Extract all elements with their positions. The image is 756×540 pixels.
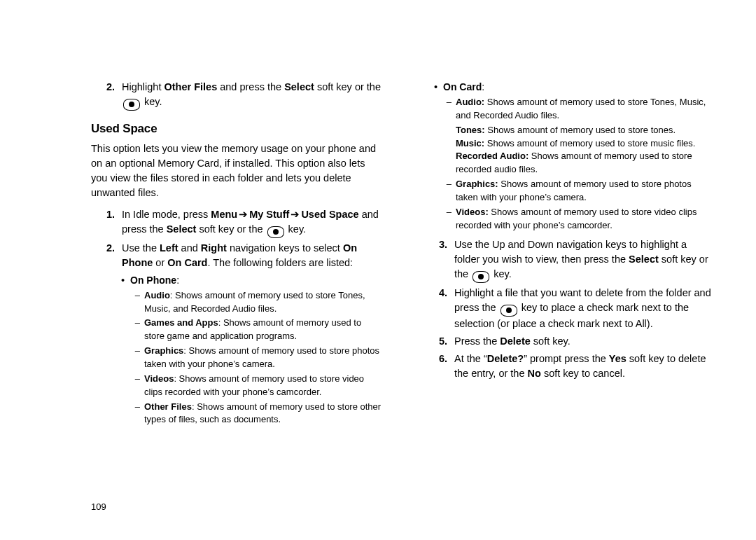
text: Shows amount of memory used to store vid… — [456, 207, 696, 230]
dash-card-videos: – Videos: Shows amount of memory used to… — [424, 206, 714, 233]
dash-icon: – — [91, 345, 144, 371]
bold: Other Files — [164, 81, 217, 92]
sub-music: Music: Shows amount of memory used to st… — [456, 137, 714, 151]
sub-tones: Tones: Shows amount of memory used to st… — [456, 124, 714, 137]
step-body: Use the Left and Right navigation keys t… — [122, 241, 382, 270]
dash-icon: – — [424, 96, 456, 123]
bullet-icon: • — [424, 80, 443, 95]
dash-body: Graphics: Shows amount of memory used to… — [144, 345, 382, 371]
ok-key-icon — [123, 99, 140, 111]
used-space-step-1: 1. In Idle mode, press Menu ➔ My Stuff ➔… — [91, 207, 382, 238]
used-space-step-6: 6. At the “Delete?” prompt press the Yes… — [424, 352, 714, 381]
manual-page: 2. Highlight Other Files and press the S… — [0, 0, 756, 428]
bold: Select — [284, 81, 314, 92]
page-number: 109 — [91, 501, 106, 512]
dash-body: Audio: Shows amount of memory used to st… — [456, 96, 714, 123]
bullet-body: On Card: — [443, 80, 714, 95]
text: : Shows amount of memory used to store T… — [144, 290, 365, 314]
dash-audio: – Audio: Shows amount of memory used to … — [91, 289, 382, 316]
text: In Idle mode, press — [122, 209, 211, 220]
step-body: Use the Up and Down navigation keys to h… — [454, 237, 714, 283]
bold: Audio — [144, 290, 170, 300]
bold: Other Files — [144, 401, 192, 412]
bold: On Card — [167, 257, 207, 268]
text: soft key or the — [196, 223, 265, 235]
text: ” prompt press the — [524, 353, 609, 364]
bold: Games and Apps — [144, 317, 218, 328]
left-column: 2. Highlight Other Files and press the S… — [91, 77, 388, 428]
text: At the “ — [454, 353, 487, 364]
arrow-icon: ➔ — [237, 207, 249, 222]
bold: Audio: — [456, 97, 484, 107]
bold: Recorded Audio: — [456, 151, 528, 161]
text: and — [178, 242, 201, 254]
sub-recorded-audio: Recorded Audio: Shows amount of memory u… — [456, 150, 714, 176]
step-number: 1. — [91, 207, 122, 238]
bold: Used Space — [301, 209, 358, 220]
step-body: In Idle mode, press Menu ➔ My Stuff ➔ Us… — [122, 207, 382, 238]
bold: Select — [167, 223, 197, 235]
text: Press the — [454, 335, 500, 347]
dash-graphics: – Graphics: Shows amount of memory used … — [91, 345, 382, 371]
bold: Left — [160, 242, 178, 254]
right-column: • On Card: – Audio: Shows amount of memo… — [416, 77, 714, 428]
bold: Menu — [211, 209, 237, 220]
arrow-icon: ➔ — [289, 207, 301, 222]
dash-body: Audio: Shows amount of memory used to st… — [144, 289, 382, 316]
step-body: Press the Delete soft key. — [454, 334, 714, 349]
dash-icon: – — [91, 401, 144, 427]
dash-icon: – — [91, 373, 144, 399]
bold: Select — [629, 254, 659, 265]
bold: Tones: — [456, 125, 485, 135]
used-space-step-3: 3. Use the Up and Down navigation keys t… — [424, 237, 714, 283]
bold: No — [528, 368, 541, 379]
step-body: Highlight Other Files and press the Sele… — [122, 80, 382, 111]
dash-body: Other Files: Shows amount of memory used… — [144, 401, 382, 427]
dash-videos: – Videos: Shows amount of memory used to… — [91, 373, 382, 399]
bold: Delete? — [487, 353, 524, 364]
text: Use the — [122, 242, 160, 254]
bold: Videos: — [456, 207, 489, 217]
dash-icon: – — [91, 289, 144, 316]
text: Shows amount of memory used to store Ton… — [456, 97, 706, 120]
text: and press the — [217, 81, 284, 92]
step-body: At the “Delete?” prompt press the Yes so… — [454, 352, 714, 381]
text: key. — [286, 223, 307, 235]
section-intro: This option lets you view the memory usa… — [91, 141, 382, 200]
bold: My Stuff — [249, 209, 289, 220]
dash-body: Games and Apps: Shows amount of memory u… — [144, 317, 382, 343]
dash-icon: – — [424, 206, 456, 233]
step-number: 6. — [424, 352, 454, 381]
bold: Delete — [500, 335, 531, 347]
text: . The following folders are listed: — [207, 257, 353, 268]
bold: Graphics: — [456, 179, 498, 189]
dash-card-audio: – Audio: Shows amount of memory used to … — [424, 96, 714, 123]
used-space-step-4: 4. Highlight a file that you want to del… — [424, 286, 714, 331]
step-number: 2. — [91, 241, 122, 270]
ok-key-icon — [267, 226, 284, 238]
text: soft key to cancel. — [541, 368, 625, 379]
ok-key-icon — [500, 305, 517, 317]
bullet-icon: • — [91, 273, 130, 288]
text: Highlight — [122, 81, 164, 92]
used-space-step-5: 5. Press the Delete soft key. — [424, 334, 714, 349]
text: Shows amount of memory used to store mus… — [484, 138, 695, 148]
bold: On Card — [443, 81, 482, 92]
top-step-2: 2. Highlight Other Files and press the S… — [91, 80, 382, 111]
text: soft key or the — [314, 81, 381, 92]
bullet-on-card: • On Card: — [424, 80, 714, 95]
dash-games-apps: – Games and Apps: Shows amount of memory… — [91, 317, 382, 343]
text: : Shows amount of memory used to store v… — [144, 373, 364, 397]
bold: On Phone — [130, 275, 176, 286]
step-number: 5. — [424, 334, 454, 349]
bold: Videos — [144, 373, 174, 384]
bullet-body: On Phone: — [130, 273, 382, 288]
step-number: 2. — [91, 80, 122, 111]
dash-other-files: – Other Files: Shows amount of memory us… — [91, 401, 382, 427]
bold: Right — [201, 242, 227, 254]
text: soft key. — [531, 335, 570, 347]
dash-card-graphics: – Graphics: Shows amount of memory used … — [424, 178, 714, 205]
step-body: Highlight a file that you want to delete… — [454, 286, 714, 331]
bold: Graphics — [144, 345, 183, 356]
dash-icon: – — [424, 178, 456, 205]
